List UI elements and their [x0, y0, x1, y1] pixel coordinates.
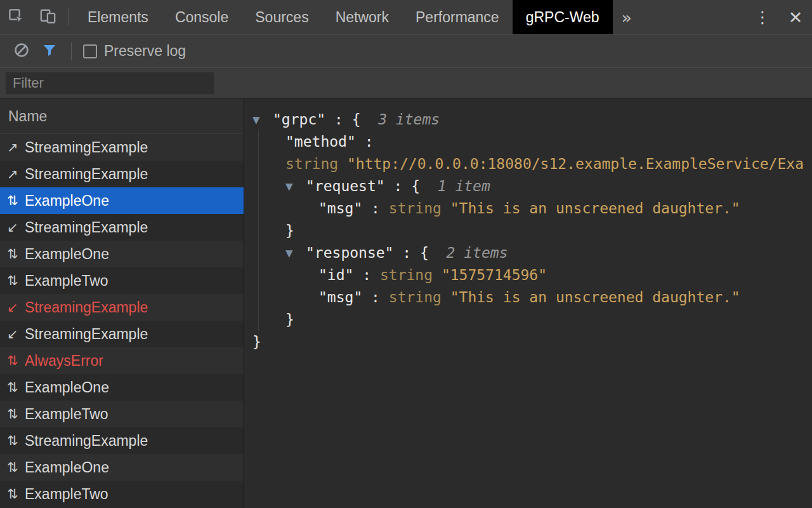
list-item-label: ExampleOne — [25, 192, 109, 210]
preserve-log-checkbox[interactable] — [83, 44, 97, 58]
updown-arrow-icon: ⇅ — [7, 460, 25, 475]
updown-arrow-icon: ⇅ — [7, 380, 25, 395]
funnel-icon — [41, 42, 58, 61]
json-tree-lines: ▼"grpc" : { 3 items"method" :string "htt… — [252, 109, 812, 353]
json-tree-line: "id" : string "1575714596" — [252, 264, 812, 286]
json-token-meta: 1 item — [420, 178, 490, 194]
json-token-key: "msg" — [318, 200, 362, 217]
json-tree-line: } — [252, 220, 812, 242]
json-token-str: "1575714596" — [442, 267, 547, 283]
json-token-key: "response" — [306, 244, 393, 261]
collapse-arrow-icon[interactable]: ▼ — [285, 176, 306, 197]
json-token-type: string — [389, 289, 450, 305]
json-token-plain: } — [252, 333, 261, 350]
json-token-key: "id" — [318, 267, 353, 283]
list-item-label: StreamingExample — [25, 432, 148, 450]
json-token-plain: : { — [325, 111, 360, 128]
json-token-str: "This is an unscreened daughter." — [450, 200, 740, 217]
json-token-meta: 3 items — [360, 111, 440, 128]
indent-guide — [258, 130, 259, 331]
clear-log-button[interactable] — [8, 42, 36, 61]
kebab-menu-button[interactable]: ⋮ — [746, 0, 779, 34]
json-token-key: "method" — [285, 133, 356, 150]
devtools-window: ElementsConsoleSourcesNetworkPerformance… — [0, 0, 812, 508]
preserve-log-label: Preserve log — [104, 43, 186, 60]
list-item[interactable]: ⇅ExampleTwo — [0, 267, 244, 294]
down-arrow-icon: ↙ — [7, 300, 25, 315]
list-item-label: AlwaysError — [25, 352, 103, 370]
list-item[interactable]: ↙StreamingExample — [0, 294, 244, 321]
request-rows: ↗StreamingExample↗StreamingExample⇅Examp… — [0, 134, 244, 507]
tab-network[interactable]: Network — [322, 0, 402, 34]
json-token-meta: 2 items — [429, 244, 508, 261]
list-item[interactable]: ↙StreamingExample — [0, 321, 244, 347]
json-tree-line: } — [252, 309, 812, 331]
json-token-type: string — [389, 200, 450, 217]
name-column-header: Name — [0, 98, 244, 134]
updown-arrow-icon: ⇅ — [7, 406, 25, 422]
tab-elements[interactable]: Elements — [74, 0, 162, 34]
list-item[interactable]: ⇅ExampleOne — [0, 454, 244, 481]
updown-arrow-icon: ⇅ — [7, 433, 25, 448]
tab-performance[interactable]: Performance — [402, 0, 513, 34]
list-item-label: ExampleTwo — [25, 486, 108, 503]
tabbar-spacer — [641, 0, 746, 34]
updown-arrow-icon: ⇅ — [7, 193, 25, 208]
json-tree-line: } — [252, 331, 812, 353]
filter-bar — [0, 68, 812, 98]
filter-input[interactable] — [5, 72, 214, 95]
toolbar-divider — [69, 8, 69, 26]
list-item-label: ExampleOne — [25, 459, 109, 476]
filter-toggle-button[interactable] — [36, 42, 63, 61]
list-item[interactable]: ⇅AlwaysError — [0, 347, 244, 374]
tab-console[interactable]: Console — [162, 0, 242, 34]
json-tree-line: ▼"grpc" : { 3 items — [252, 109, 812, 131]
json-token-plain: } — [285, 222, 294, 239]
collapse-arrow-icon[interactable]: ▼ — [252, 109, 273, 131]
json-token-type: string — [285, 156, 347, 172]
json-tree-line: ▼"request" : { 1 item — [252, 175, 812, 197]
up-arrow-icon: ↗ — [7, 166, 25, 182]
network-toolbar: Preserve log — [0, 35, 812, 68]
main-split: Name ↗StreamingExample↗StreamingExample⇅… — [0, 98, 812, 508]
inspect-element-button[interactable] — [0, 0, 32, 34]
more-tabs-button[interactable]: » — [613, 0, 641, 34]
json-tree-line: string "http://0.0.0.0:18080/s12.example… — [252, 153, 812, 175]
json-token-key: "grpc" — [273, 111, 325, 128]
list-item[interactable]: ⇅ExampleOne — [0, 241, 244, 267]
json-token-plain: : — [362, 289, 389, 305]
updown-arrow-icon: ⇅ — [7, 273, 25, 288]
list-item-label: ExampleOne — [25, 379, 109, 396]
json-token-key: "request" — [306, 178, 385, 194]
list-item[interactable]: ⇅ExampleOne — [0, 187, 244, 214]
tab-sources[interactable]: Sources — [242, 0, 322, 34]
list-item-label: ExampleTwo — [25, 406, 108, 423]
list-item[interactable]: ↗StreamingExample — [0, 134, 244, 161]
collapse-arrow-icon[interactable]: ▼ — [285, 243, 306, 264]
device-toolbar-button[interactable] — [32, 0, 63, 34]
json-token-plain: : { — [385, 178, 420, 194]
close-devtools-button[interactable]: ✕ — [779, 0, 812, 34]
list-item[interactable]: ⇅ExampleTwo — [0, 401, 244, 427]
tab-grpc-web[interactable]: gRPC-Web — [513, 0, 613, 34]
json-token-str: "http://0.0.0.0:18080/s12.example.Exampl… — [347, 156, 804, 172]
list-item[interactable]: ↗StreamingExample — [0, 161, 244, 187]
json-token-plain: : — [353, 267, 380, 283]
updown-arrow-icon: ⇅ — [7, 246, 25, 262]
updown-arrow-icon: ⇅ — [7, 353, 25, 368]
list-item[interactable]: ⇅ExampleTwo — [0, 481, 244, 507]
json-tree-line: "msg" : string "This is an unscreened da… — [252, 286, 812, 309]
list-item[interactable]: ⇅StreamingExample — [0, 427, 244, 454]
json-token-str: "This is an unscreened daughter." — [450, 289, 740, 305]
json-tree-line: "msg" : string "This is an unscreened da… — [252, 197, 812, 220]
list-item-label: ExampleOne — [25, 246, 109, 263]
list-item-label: StreamingExample — [25, 326, 148, 343]
list-item-label: StreamingExample — [25, 166, 148, 183]
up-arrow-icon: ↗ — [7, 140, 25, 155]
json-tree-line: ▼"response" : { 2 items — [252, 242, 812, 264]
request-list-panel: Name ↗StreamingExample↗StreamingExample⇅… — [0, 98, 244, 508]
list-item[interactable]: ⇅ExampleOne — [0, 374, 244, 401]
json-tree-line: "method" : — [252, 131, 812, 153]
detail-panel: ▼"grpc" : { 3 items"method" :string "htt… — [244, 98, 812, 508]
list-item[interactable]: ↙StreamingExample — [0, 214, 244, 241]
